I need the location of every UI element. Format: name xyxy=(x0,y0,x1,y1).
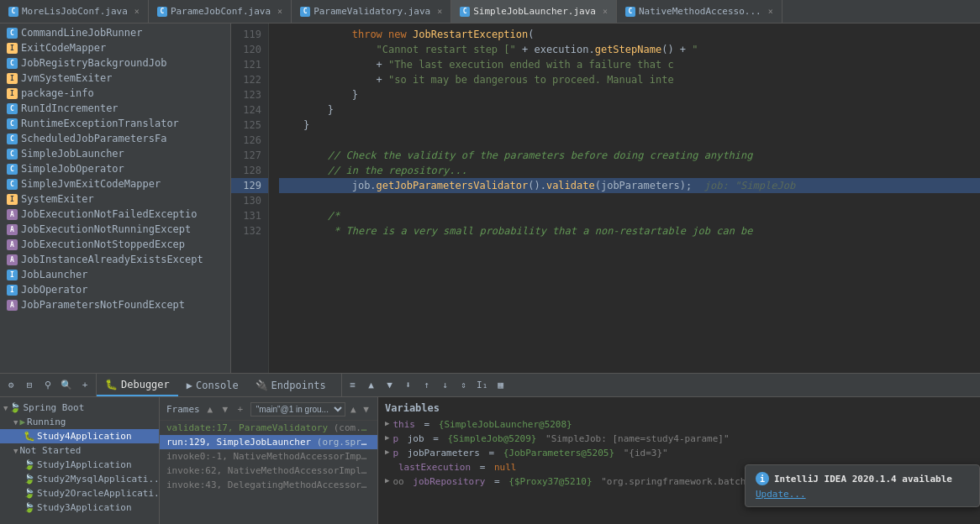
close-icon[interactable]: × xyxy=(603,7,608,16)
debug-step-over-btn[interactable]: ≡ xyxy=(345,378,361,393)
frame-item-validate[interactable]: validate:17, ParameValidatory (com.stud xyxy=(160,421,377,435)
frame-item-invoke62[interactable]: invoke:62, NativeMethodAccessorImpl... xyxy=(160,464,377,478)
sidebar-item-joblauncher[interactable]: I JobLauncher xyxy=(0,267,230,282)
thread-selector[interactable]: "main"@1 in grou... xyxy=(250,402,345,417)
frames-down-btn[interactable]: ▼ xyxy=(219,403,232,417)
console-icon: ▶ xyxy=(187,380,192,391)
frames-settings-btn[interactable]: ▼ xyxy=(361,403,371,417)
sidebar-item-systemexiter[interactable]: I SystemExiter xyxy=(0,191,230,207)
sidebar-item-simplejoblauncher[interactable]: C SimpleJobLauncher xyxy=(0,146,230,161)
panel-tab-console[interactable]: ▶ Console xyxy=(178,374,247,396)
debug-spring-boot[interactable]: ▼ 🍃 Spring Boot xyxy=(0,401,159,415)
sidebar-item-jobinstancealreadyexists[interactable]: A JobInstanceAlreadyExistsExcept xyxy=(0,252,230,267)
frame-item-invoke43[interactable]: invoke:43, DelegatingMethodAccessorIm... xyxy=(160,478,377,492)
debug-label: Study4Application xyxy=(37,431,132,442)
sidebar-item-runtimeexceptiontranslator[interactable]: C RuntimeExceptionTranslator xyxy=(0,116,230,131)
sidebar-item-joboperator[interactable]: I JobOperator xyxy=(0,282,230,297)
expand-icon[interactable]: ▶ xyxy=(385,433,389,442)
close-icon[interactable]: × xyxy=(437,7,442,16)
tab-bar: C MoreLisJobConf.java × C ParameJobConf.… xyxy=(0,0,980,24)
close-icon[interactable]: × xyxy=(768,7,773,16)
sidebar-item-jobexecnotrunning[interactable]: A JobExecutionNotRunningExcept xyxy=(0,222,230,237)
var-eq: = xyxy=(474,462,491,473)
debug-study4app[interactable]: 🐛 Study4Application xyxy=(0,429,159,443)
sidebar-label: package-info xyxy=(21,87,94,99)
sidebar-label: ExitCodeMapper xyxy=(21,42,106,54)
panel-tab-endpoints[interactable]: 🔌 Endpoints xyxy=(247,374,335,396)
variables-header: Variables xyxy=(378,399,980,417)
panel-tab-label: Debugger xyxy=(121,379,170,390)
tab-simpleJobLauncher[interactable]: C SimpleJobLauncher.java × xyxy=(451,0,617,23)
frame-item-invoke0[interactable]: invoke0:-1, NativeMethodAccessorImpl... xyxy=(160,449,377,464)
var-eq: = xyxy=(483,448,500,458)
toolbar-filter-btn[interactable]: ⚲ xyxy=(40,378,55,393)
tab-moreLisJobConf[interactable]: C MoreLisJobConf.java × xyxy=(0,0,149,23)
toolbar-layout-btn[interactable]: ⊟ xyxy=(22,378,37,393)
sidebar-item-jobparamsnotfound[interactable]: A JobParametersNotFoundExcept xyxy=(0,297,230,312)
debug-study1[interactable]: 🍃 Study1Application xyxy=(0,458,159,472)
tab-parameValidator[interactable]: C ParameValidatory.java × xyxy=(292,0,451,23)
debug-stop-btn[interactable]: ⬇ xyxy=(401,378,416,393)
sidebar-item-commandlinejobrunner[interactable]: C CommandLineJobRunner xyxy=(0,25,230,40)
expand-icon[interactable]: ▶ xyxy=(385,476,389,485)
sidebar-item-jobexecnotfailed[interactable]: A JobExecutionNotFailedExceptio xyxy=(0,207,230,222)
frames-up-btn[interactable]: ▲ xyxy=(203,403,217,417)
close-icon[interactable]: × xyxy=(277,7,282,16)
sidebar-label: RuntimeExceptionTranslator xyxy=(21,118,179,129)
expand-icon[interactable]: ▶ xyxy=(385,419,389,427)
sidebar-item-simplejoboperator[interactable]: C SimpleJobOperator xyxy=(0,161,230,176)
frames-filter-btn[interactable]: ▲ xyxy=(349,403,358,417)
panel-tab-debugger[interactable]: 🐛 Debugger xyxy=(97,374,178,396)
notification-update-link[interactable]: Update... xyxy=(756,489,806,500)
debug-label: Running xyxy=(27,417,66,427)
code-line-119: throw new JobRestartException( xyxy=(279,27,980,42)
debug-label: Study2MysqlApplicati... xyxy=(37,474,160,485)
debug-settings-btn[interactable]: I₁ xyxy=(475,378,490,393)
debug-label: Study3Application xyxy=(37,502,132,513)
debug-pause-btn[interactable]: ▼ xyxy=(382,378,398,393)
var-eq: = xyxy=(419,419,435,430)
debug-step-into-btn[interactable]: ↑ xyxy=(419,378,435,393)
sidebar-item-packageinfo[interactable]: I package-info xyxy=(0,86,230,101)
sidebar-item-simplejvmexitcodemapper[interactable]: C SimpleJvmExitCodeMapper xyxy=(0,176,230,191)
sidebar-item-runidincrementer[interactable]: C RunIdIncrementer xyxy=(0,101,230,116)
debug-study3[interactable]: 🍃 Study3Application xyxy=(0,500,159,515)
bottom-panel: ⚙ ⊟ ⚲ 🔍 + 🐛 Debugger ▶ Console 🔌 Endpoin… xyxy=(0,373,980,524)
sidebar-item-jobexecnotstopped[interactable]: A JobExecutionNotStoppedExcep xyxy=(0,237,230,252)
close-icon[interactable]: × xyxy=(134,7,140,16)
sidebar-label: JobInstanceAlreadyExistsExcept xyxy=(21,254,203,265)
app-icon: 🍃 xyxy=(24,474,35,485)
debug-eval-btn[interactable]: ⇕ xyxy=(456,378,472,393)
code-line-132: * There is a very small probability that… xyxy=(279,223,980,238)
sidebar-label: CommandLineJobRunner xyxy=(21,27,143,39)
toolbar-settings-btn[interactable]: ⚙ xyxy=(3,378,18,393)
code-line-127: // Check the validity of the parameters … xyxy=(279,148,980,163)
sidebar-label: JobParametersNotFoundExcept xyxy=(21,299,185,311)
sidebar-item-scheduledjobparameters[interactable]: C ScheduledJobParametersFa xyxy=(0,131,230,146)
tab-label: NativeMethodAccesso... xyxy=(639,6,761,17)
sidebar-label: RunIdIncrementer xyxy=(21,102,119,114)
debug-running[interactable]: ▼ ▶ Running xyxy=(0,415,159,429)
debug-study2oracle[interactable]: 🍃 Study2OracleApplicati... xyxy=(0,486,159,500)
debug-resume-btn[interactable]: ▲ xyxy=(364,378,379,393)
frames-title: Frames xyxy=(166,404,200,415)
sidebar-item-exitcodemapper[interactable]: I ExitCodeMapper xyxy=(0,40,230,55)
debug-not-started[interactable]: ▼ Not Started xyxy=(0,443,159,458)
tab-nativeMethodAccess[interactable]: C NativeMethodAccesso... × xyxy=(617,0,782,23)
frames-add-btn[interactable]: + xyxy=(234,403,247,417)
debug-step-out-btn[interactable]: ↓ xyxy=(438,378,453,393)
frame-item-run[interactable]: run:129, SimpleJobLauncher (org.spring xyxy=(160,435,377,449)
debug-tree: ▼ 🍃 Spring Boot ▼ ▶ Running 🐛 Study4Appl… xyxy=(0,397,160,524)
tab-parameJobConf[interactable]: C ParameJobConf.java × xyxy=(149,0,292,23)
sidebar-item-jobregistrybg[interactable]: C JobRegistryBackgroundJob xyxy=(0,55,230,71)
code-lines: throw new JobRestartException( "Cannot r… xyxy=(269,24,980,373)
tab-label: ParameJobConf.java xyxy=(171,6,271,17)
toolbar-add-btn[interactable]: + xyxy=(77,378,92,393)
toolbar-search-btn[interactable]: 🔍 xyxy=(59,378,74,393)
var-name: lastExecution xyxy=(398,462,471,473)
debug-study2mysql[interactable]: 🍃 Study2MysqlApplicati... xyxy=(0,472,159,486)
expand-icon[interactable]: ▶ xyxy=(385,448,389,456)
sidebar-item-jvmsystemexiter[interactable]: I JvmSystemExiter xyxy=(0,71,230,86)
var-item-job: ▶ p job = {SimpleJob@5209} "SimpleJob: [… xyxy=(378,432,980,446)
debug-memory-btn[interactable]: ▦ xyxy=(493,378,508,393)
